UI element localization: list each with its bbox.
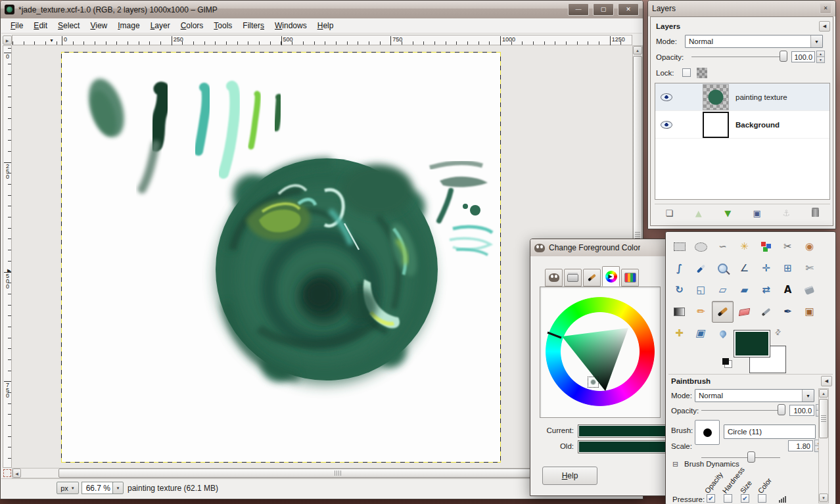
- scale-value[interactable]: 1.80: [788, 440, 813, 451]
- tool-text[interactable]: A: [777, 279, 799, 301]
- v-scroll-up[interactable]: ▲: [633, 46, 642, 55]
- tool-color-picker[interactable]: [690, 258, 712, 279]
- tool-ink[interactable]: ✒: [777, 301, 799, 323]
- menu-colors[interactable]: Colors: [175, 19, 209, 32]
- menu-layer[interactable]: Layer: [145, 19, 175, 32]
- duplicate-layer-button[interactable]: ▣: [748, 205, 766, 221]
- layer-row-Background[interactable]: Background: [655, 111, 829, 139]
- color-tab-wheel[interactable]: ▶: [602, 266, 620, 286]
- visibility-eye-icon[interactable]: [661, 93, 672, 101]
- menu-file[interactable]: File: [5, 19, 28, 32]
- tool-select-by-color[interactable]: [755, 236, 777, 258]
- canvas[interactable]: [61, 52, 501, 463]
- tool-opacity-value[interactable]: 100.0: [789, 405, 814, 416]
- quick-mask-toggle[interactable]: [3, 469, 11, 477]
- layer-opacity-value[interactable]: 100.0: [791, 51, 815, 62]
- options-scroll-down[interactable]: ▼: [819, 493, 828, 502]
- options-scroll-up[interactable]: ▲: [819, 389, 828, 398]
- tool-blend[interactable]: [668, 301, 690, 323]
- tool-paintbrush[interactable]: [712, 301, 734, 323]
- layer-thumbnail[interactable]: [703, 112, 729, 138]
- menu-tools[interactable]: Tools: [208, 19, 237, 32]
- pressure-checkbox-opacity[interactable]: ✔: [707, 494, 715, 503]
- tool-shear[interactable]: ▱: [712, 279, 734, 301]
- lower-layer-button[interactable]: ▼: [718, 205, 737, 221]
- tool-rectangle-select[interactable]: [668, 236, 690, 258]
- slider-handle[interactable]: [778, 404, 785, 415]
- tool-zoom[interactable]: [712, 258, 734, 279]
- layer-opacity-slider[interactable]: [691, 51, 787, 62]
- menu-edit[interactable]: Edit: [28, 19, 53, 32]
- layers-close-button[interactable]: ✕: [820, 3, 831, 14]
- pressure-checkbox-color[interactable]: [758, 494, 766, 503]
- main-title-bar[interactable]: *jade_texture.xcf-1.0 (RGB, 2 layers) 10…: [1, 1, 643, 18]
- unit-combo[interactable]: px ▼: [57, 482, 79, 494]
- menu-image[interactable]: Image: [112, 19, 145, 32]
- lock-alpha-checkbox[interactable]: [682, 68, 691, 77]
- color-wheel[interactable]: [544, 296, 656, 407]
- tool-opacity-slider[interactable]: [701, 404, 785, 416]
- delete-layer-button[interactable]: [806, 205, 825, 221]
- menu-view[interactable]: View: [85, 19, 112, 32]
- tool-airbrush[interactable]: [755, 301, 777, 323]
- tool-mode-combo[interactable]: Normal ▼: [695, 389, 814, 402]
- color-tab-brush[interactable]: [583, 269, 601, 286]
- tool-ellipse-select[interactable]: [690, 236, 712, 258]
- pressure-checkbox-size[interactable]: ✔: [741, 494, 749, 503]
- tool-scissors-select[interactable]: ✂: [777, 236, 799, 258]
- h-scroll-left[interactable]: ◀: [12, 469, 21, 478]
- tool-foreground-select[interactable]: ◉: [799, 236, 820, 258]
- tool-perspective[interactable]: ▰: [734, 279, 755, 301]
- ruler-corner-button[interactable]: ▶: [3, 35, 12, 45]
- tool-bucket-fill[interactable]: [799, 279, 820, 301]
- menu-windows[interactable]: Windows: [269, 19, 312, 32]
- tool-paths[interactable]: ∫: [668, 258, 690, 279]
- swap-colors-icon[interactable]: ⇄: [773, 327, 783, 338]
- saturation-triangle[interactable]: [544, 296, 656, 407]
- spin-down-icon[interactable]: ▼: [816, 57, 825, 63]
- color-tab-printer[interactable]: [564, 269, 582, 286]
- menu-help[interactable]: Help: [312, 19, 339, 32]
- tool-scale[interactable]: ◱: [690, 279, 712, 301]
- color-selection-marker[interactable]: [588, 377, 599, 388]
- color-tab-palette[interactable]: [621, 269, 639, 286]
- tool-fuzzy-select[interactable]: ✳: [734, 236, 755, 258]
- layer-row-painting-texture[interactable]: painting texture: [655, 83, 829, 111]
- tool-measure[interactable]: ∠: [734, 258, 755, 279]
- tool-eraser[interactable]: [734, 301, 755, 323]
- dynamics-expander-icon[interactable]: ⊟: [672, 460, 678, 469]
- brush-preview[interactable]: [695, 420, 720, 445]
- zoom-combo[interactable]: 66.7 %: [82, 482, 113, 494]
- pressure-checkbox-hardness[interactable]: [724, 494, 732, 503]
- tool-move[interactable]: ✛: [755, 258, 777, 279]
- options-collapse-button[interactable]: ◀: [821, 376, 832, 386]
- visibility-eye-icon[interactable]: [661, 121, 672, 129]
- tool-pencil[interactable]: ✏: [690, 301, 712, 323]
- layers-title-bar[interactable]: Layers ✕: [648, 1, 835, 16]
- tool-free-select[interactable]: ∽: [712, 236, 734, 258]
- tool-clone[interactable]: ▣: [799, 301, 820, 323]
- default-colors-icon[interactable]: [722, 358, 729, 365]
- slider-handle[interactable]: [780, 51, 787, 62]
- help-button[interactable]: Help: [542, 467, 597, 485]
- tool-crop[interactable]: ✄: [799, 258, 820, 279]
- new-layer-button[interactable]: ❏: [660, 205, 678, 221]
- tool-alignment[interactable]: ⊞: [777, 258, 799, 279]
- close-button[interactable]: ✕: [618, 3, 639, 16]
- brush-name-box[interactable]: Circle (11): [724, 424, 816, 439]
- layer-thumbnail[interactable]: [703, 84, 729, 110]
- tool-rotate[interactable]: ↻: [668, 279, 690, 301]
- menu-filters[interactable]: Filters: [237, 19, 269, 32]
- maximize-button[interactable]: ▢: [593, 3, 614, 16]
- minimize-button[interactable]: —: [568, 3, 589, 16]
- zoom-dropdown-button[interactable]: ▼: [112, 482, 124, 494]
- panel-collapse-button[interactable]: ◀: [819, 21, 830, 32]
- tool-flip[interactable]: ⇄: [755, 279, 777, 301]
- options-scroll-thumb[interactable]: [819, 399, 828, 438]
- layer-mode-combo[interactable]: Normal ▼: [685, 35, 823, 48]
- menu-select[interactable]: Select: [53, 19, 85, 32]
- slider-handle[interactable]: [747, 451, 755, 463]
- foreground-swatch[interactable]: [734, 331, 770, 357]
- opacity-spinner[interactable]: ▲ ▼: [816, 51, 825, 62]
- color-tab-gimp[interactable]: [545, 269, 563, 286]
